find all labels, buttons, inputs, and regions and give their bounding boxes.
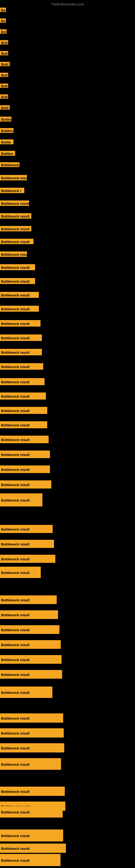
bottleneck-result-item: Bottleneck result (0, 567, 41, 578)
bottleneck-result-item: Bot (0, 29, 7, 34)
bottleneck-result-item: Bottlen (0, 128, 13, 133)
bottleneck-result-item: Bottleneck result (0, 436, 49, 443)
bottleneck-result-item: Bottleneck result (0, 480, 51, 489)
bottleneck-result-item: Bottleneck result (0, 465, 50, 473)
bottleneck-result-item: Bottleneck result (0, 451, 50, 458)
bottleneck-result-item: Bottleneck r (0, 188, 24, 193)
bottleneck-result-item: Bottl (0, 105, 10, 110)
bottleneck-result-item: Bottleneck result (0, 830, 63, 841)
bottleneck-result-item: Bottle (0, 117, 11, 122)
bottleneck-result-item: Bottleneck result (0, 493, 42, 506)
bottleneck-result-item: Bottleneck result (0, 806, 63, 817)
bottleneck-result-item: Bottleneck result (0, 854, 60, 866)
bottleneck-result-item: Bottleneck result (0, 640, 61, 649)
bottleneck-result-item: Bottleneck result (0, 213, 31, 219)
bottleneck-result-item: Bo (0, 19, 6, 23)
bottleneck-result-item: Bottleneck result (0, 625, 59, 634)
bottleneck-result-item: Bottleneck result (0, 610, 58, 619)
bottleneck-result-item: Bottleneck result (0, 525, 53, 533)
bottleneck-result-item: Bottleneck result (0, 264, 35, 270)
bottleneck-result-item: Bottleneck result (0, 363, 43, 370)
bottleneck-result-item: Bottl (0, 62, 10, 66)
bottleneck-result-item: Bottleneck result (0, 844, 66, 853)
bottleneck-result-item: Bottleneck result (0, 655, 61, 664)
bottleneck-result-item: Bottleneck result (0, 421, 47, 428)
site-title: TheBottlenecker.com (51, 2, 84, 6)
bottleneck-result-item: Bottleneck (0, 162, 19, 167)
bottleneck-result-item: Bott (0, 73, 8, 77)
bottleneck-result-item: Bottleneck resu (0, 175, 27, 180)
bottleneck-result-item: Bottleneck result (0, 595, 57, 604)
bottleneck-result-item: Bottleneck result (0, 349, 42, 355)
bottleneck-result-item: Bott (0, 84, 8, 88)
bottleneck-result-item: Bottle (0, 140, 13, 144)
bottleneck-result-item: Bottleneck result (0, 335, 42, 341)
bottleneck-result-item: Bottleneck result (0, 743, 64, 752)
bottleneck-result-item: Bottleneck result (0, 540, 54, 548)
bottleneck-result-item: Bottleneck result (0, 378, 45, 385)
bottleneck-result-item: Bottleneck resu (0, 251, 27, 257)
bottleneck-result-item: Bottleneck result (0, 786, 65, 796)
bottleneck-result-item: Bottleneck result (0, 670, 62, 679)
bottleneck-result-item: Bottleneck result (0, 292, 39, 298)
bottleneck-result-item: Bottleneck result (0, 713, 63, 723)
bottleneck-result-item: Bottleneck result (0, 758, 61, 770)
bottleneck-result-item: Bottleneck result (0, 555, 55, 563)
bottleneck-result-item: Bottleneck result (0, 393, 46, 400)
bottleneck-result-item: Bott (0, 51, 8, 55)
bottleneck-result-item: Bottleneck result (0, 306, 39, 312)
bottleneck-result-item: Bottleneck result (0, 320, 41, 327)
bottleneck-result-item: Bottleneck result (0, 200, 29, 206)
bottleneck-result-item: Bott (0, 94, 8, 99)
bottleneck-result-item: Bottleneck result (0, 278, 35, 284)
bottleneck-result-item: Bottleneck result (0, 407, 47, 414)
bottleneck-result-item: Bo (0, 8, 6, 12)
bottleneck-result-item: Bottleneck result (0, 239, 34, 244)
bottleneck-result-item: Bottleneck result (0, 686, 52, 698)
bottleneck-result-item: Bott (0, 40, 8, 44)
bottleneck-result-item: Bottleneck result (0, 728, 64, 738)
bottleneck-result-item: Bottlen (0, 151, 15, 156)
bottleneck-result-item: Bottleneck result (0, 226, 31, 231)
